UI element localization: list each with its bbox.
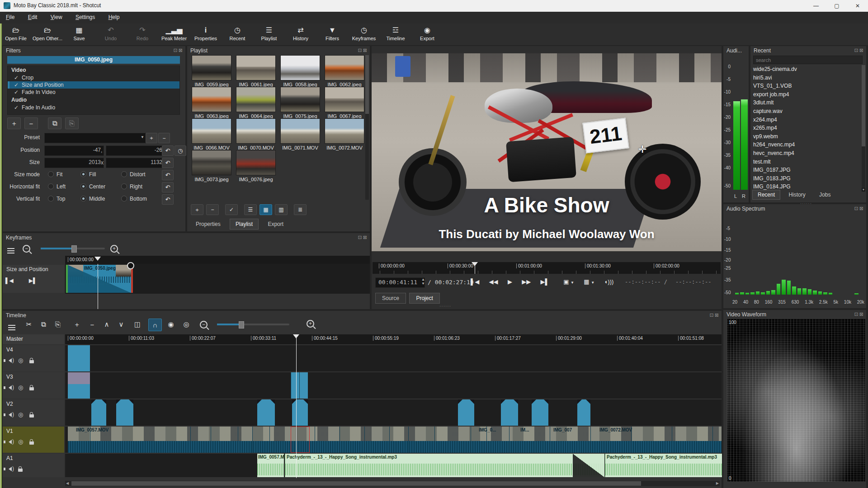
filter-item-fade-in-video[interactable]: ✓Fade In Video <box>8 89 179 96</box>
mute-icon[interactable] <box>6 440 12 444</box>
playlist-button[interactable]: ☰Playlist <box>253 23 285 45</box>
playlist-item[interactable]: IMG_0076.jpeg <box>235 150 277 182</box>
panel-float-close-icons[interactable]: ⊡⊠ <box>854 311 864 317</box>
position-y-field[interactable]: -26 <box>106 145 165 156</box>
recent-item[interactable]: IMG_0183.JPG <box>750 174 862 183</box>
recent-item[interactable]: x265.mp4 <box>750 124 862 132</box>
clip[interactable] <box>68 372 90 399</box>
playlist-item[interactable]: IMG_0070.MOV <box>235 118 277 150</box>
timeline-menu-button[interactable] <box>5 319 18 330</box>
position-reset-button[interactable]: ↶ <box>162 145 174 156</box>
lock-icon[interactable] <box>29 387 34 390</box>
keyframes-clip[interactable]: IMG_0050.jpeg <box>66 265 133 293</box>
playlist-update-button[interactable]: ✓ <box>225 204 238 215</box>
open-other-button[interactable]: 🗁Open Other... <box>32 23 63 45</box>
snap-toggle[interactable]: ∩ <box>148 319 162 331</box>
scrollbar-thumb[interactable] <box>71 481 641 486</box>
playlist-item[interactable]: IMG_0066.MOV <box>191 118 232 150</box>
clip[interactable] <box>458 399 474 426</box>
track-header-v2[interactable]: V2 ◎ <box>3 399 64 426</box>
clip[interactable] <box>501 399 518 426</box>
preset-save-button[interactable]: ＋ <box>146 133 157 143</box>
remove-filter-button[interactable]: − <box>24 117 38 129</box>
playlist-menu-button[interactable]: ≣ <box>294 204 307 215</box>
keyframes-button[interactable]: ◷Keyframes <box>348 23 380 45</box>
lock-icon[interactable] <box>29 414 34 418</box>
recent-item[interactable]: test.mlt <box>750 158 862 166</box>
playlist-scrollbar[interactable] <box>365 55 369 200</box>
copy-filters-button[interactable]: ⧉ <box>48 117 61 129</box>
filter-item-size-position[interactable]: ✓Size and Position <box>8 81 179 89</box>
timeline-zoom-out[interactable]: − <box>200 321 208 328</box>
scroll-right-arrow[interactable]: ▶ <box>716 481 719 485</box>
current-timecode-field[interactable]: 00:00:41:11 <box>375 277 425 288</box>
playlist-add-button[interactable]: ＋ <box>191 204 203 215</box>
clip[interactable] <box>291 372 308 399</box>
tab-history[interactable]: History <box>783 190 811 200</box>
position-keyframes-button[interactable]: ◷ <box>175 145 186 156</box>
minimize-button[interactable]: — <box>806 0 826 12</box>
clip[interactable] <box>532 399 548 426</box>
selected-clip-outline[interactable] <box>291 427 310 453</box>
track-lane-v3[interactable] <box>65 372 722 399</box>
fast-forward-button[interactable]: ▶▶ <box>518 278 535 285</box>
seek-next-keyframe-button[interactable]: ▶▌ <box>29 277 37 284</box>
playlist-item[interactable]: IMG_0064.jpeg <box>235 87 277 119</box>
panel-float-close-icons[interactable]: ⊡⊠ <box>174 47 184 53</box>
menu-view[interactable]: View <box>45 12 68 23</box>
ripple-delete-button[interactable]: − <box>86 319 99 330</box>
rewind-button[interactable]: ◀◀ <box>485 278 502 285</box>
split-button[interactable]: ◫ <box>131 319 144 330</box>
overwrite-button[interactable]: ∨ <box>115 319 127 330</box>
scrollbar-thumb[interactable] <box>862 65 865 146</box>
in-point-button[interactable]: ▣ ▼ <box>559 278 578 285</box>
open-file-button[interactable]: 🗁Open File <box>0 23 32 45</box>
mute-icon[interactable] <box>6 385 12 390</box>
recent-item[interactable]: capture.wav <box>750 107 862 116</box>
play-button[interactable]: ▶ <box>504 278 516 285</box>
scroll-left-arrow[interactable]: ◀ <box>66 481 69 485</box>
checkbox-icon[interactable]: ✓ <box>14 89 19 95</box>
keyframes-zoom-slider[interactable] <box>41 248 105 249</box>
mute-icon[interactable] <box>6 358 12 363</box>
playlist-item[interactable]: IMG_0059.jpeg <box>191 55 232 87</box>
video-preview[interactable]: 211 ✛ A Bike Show This Ducati by Michael… <box>372 53 722 251</box>
timeline-playhead[interactable] <box>296 338 297 478</box>
paste-filters-button[interactable]: ⎘ <box>65 117 79 129</box>
redo-button[interactable]: ↷Redo <box>127 23 158 45</box>
seek-prev-keyframe-button[interactable]: ▌◀ <box>5 277 14 284</box>
hide-icon[interactable]: ◎ <box>18 438 23 445</box>
menu-settings[interactable]: Settings <box>70 12 101 23</box>
volume-button[interactable]: ◖))) <box>600 278 618 285</box>
append-button[interactable]: ＋ <box>71 319 83 330</box>
tab-jobs[interactable]: Jobs <box>814 190 836 200</box>
playlist-item[interactable]: IMG_0067.jpeg <box>324 87 365 119</box>
tab-project[interactable]: Project <box>409 293 439 304</box>
scrub-toggle[interactable]: ◉ <box>165 319 177 330</box>
history-button[interactable]: ⇄History <box>285 23 316 45</box>
checkbox-icon[interactable]: ✓ <box>14 75 19 81</box>
properties-button[interactable]: iProperties <box>190 23 222 45</box>
recent-item[interactable]: x264.mp4 <box>750 116 862 124</box>
clip[interactable] <box>257 399 275 426</box>
close-button[interactable]: ✕ <box>847 0 868 12</box>
skip-start-button[interactable]: ▌◀ <box>467 278 483 285</box>
audio-clip[interactable]: Pachyderm_-_13_-_Happy_Song_instrumental… <box>285 454 604 477</box>
mute-icon[interactable] <box>6 413 12 417</box>
track-header-master[interactable]: Master <box>3 334 64 344</box>
tab-recent[interactable]: Recent <box>752 190 780 200</box>
radio-left[interactable]: Left <box>48 183 66 190</box>
player-ruler[interactable]: 00:00:00:00 00:00:30:00 00:01:00:00 00:0… <box>373 262 721 274</box>
vfit-reset-button[interactable]: ↶ <box>162 194 174 205</box>
audio-clip[interactable]: IMG_0057.MO <box>257 454 284 477</box>
view-tiles-button[interactable]: ▥ <box>275 204 288 215</box>
panel-float-close-icons[interactable]: ⊡⊠ <box>854 206 864 211</box>
track-header-v4[interactable]: V4 ◎ <box>3 345 64 371</box>
track-lane-a1[interactable]: IMG_0057.MO Pachyderm_-_13_-_Happy_Song_… <box>65 454 722 477</box>
filters-button[interactable]: ▼Filters <box>316 23 348 45</box>
clip[interactable] <box>116 399 133 426</box>
zoom-in-icon[interactable]: + <box>110 245 118 253</box>
zoom-out-icon[interactable]: − <box>23 245 30 253</box>
clip[interactable] <box>68 345 90 371</box>
panel-float-close-icons[interactable]: ⊡⊠ <box>358 47 368 53</box>
